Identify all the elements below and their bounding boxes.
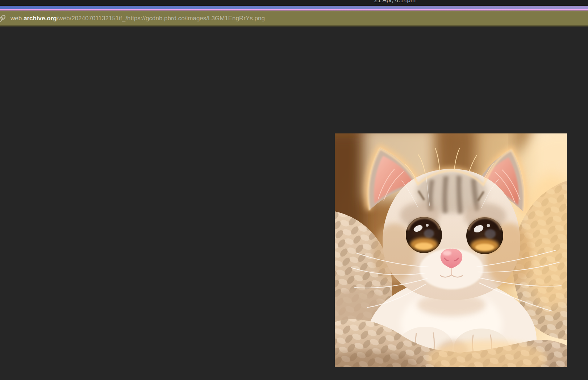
url-bar[interactable]: web.archive.org/web/20240701132151if_/ht… [0,11,588,26]
url-prefix: web. [11,15,24,22]
url-path: /web/20240701132151if_/https://gcdnb.pbr… [57,15,265,22]
kitten-photo [335,133,567,367]
status-time: 21 Apr, 4:14pm [374,0,416,4]
kitten-photo-graphic [335,133,567,367]
status-bar: 21 Apr, 4:14pm [0,0,588,6]
link-icon [0,14,6,23]
progress-stripe-blue [0,6,588,9]
url-domain: archive.org [24,15,57,22]
url-display: web.archive.org/web/20240701132151if_/ht… [11,15,265,22]
browser-window: 21 Apr, 4:14pm web.archive.org/web/20240… [0,0,588,380]
